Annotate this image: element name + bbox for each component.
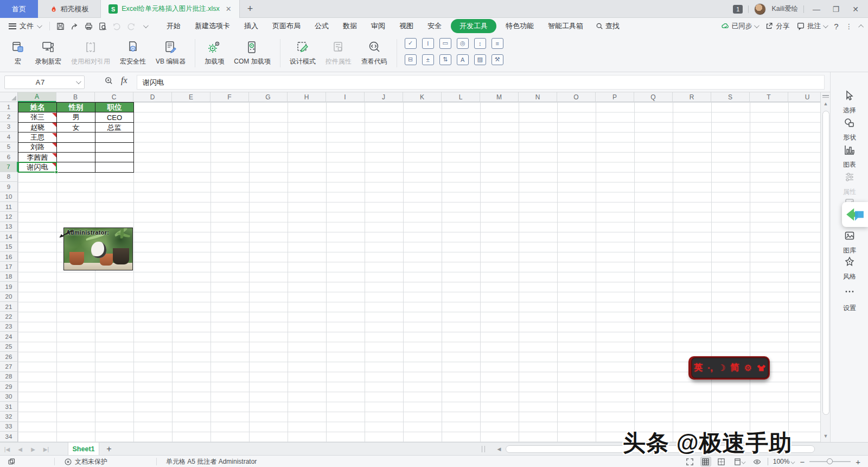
select-all-corner[interactable] [0, 92, 18, 102]
sidebar-item-选择[interactable]: 选择 [831, 90, 868, 115]
row-header-6[interactable]: 6 [0, 152, 18, 162]
menu-tab-数据[interactable]: 数据 [336, 19, 364, 33]
table-header-cell-C1[interactable]: 职位 [95, 102, 134, 112]
minimize-button[interactable]: — [809, 0, 824, 18]
menu-tab-插入[interactable]: 插入 [237, 19, 265, 33]
add-sheet-button[interactable]: + [103, 443, 115, 456]
row-header-25[interactable]: 25 [0, 342, 18, 352]
row-header-21[interactable]: 21 [0, 302, 18, 312]
row-header-27[interactable]: 27 [0, 362, 18, 371]
vertical-scroll-thumb[interactable] [822, 111, 829, 415]
insert-function-button[interactable]: fx [121, 75, 127, 85]
notification-badge[interactable]: 1 [733, 5, 743, 14]
ime-language[interactable]: 英 [694, 362, 703, 374]
button-control-icon[interactable]: ▭ [439, 38, 451, 49]
column-header-J[interactable]: J [365, 92, 403, 102]
sidebar-item-设置[interactable]: 设置 [831, 287, 868, 313]
macro-security-button[interactable]: 宏安全性 [115, 40, 151, 66]
column-header-E[interactable]: E [172, 92, 210, 102]
export-icon[interactable] [67, 20, 81, 33]
textbox-control-icon[interactable]: I [422, 38, 434, 49]
table-cell-B4[interactable] [56, 132, 95, 142]
row-header-33[interactable]: 33 [0, 422, 18, 432]
view-code-button[interactable]: 查看代码 [356, 40, 392, 66]
table-cell-A3[interactable]: 赵晓 [18, 122, 57, 132]
table-cell-A6[interactable]: 李茜茜 [18, 152, 57, 162]
ime-punctuation-icon[interactable]: ·, [707, 363, 713, 373]
new-tab-button[interactable]: + [243, 0, 257, 18]
record-macro-button[interactable]: 录制新宏 [30, 40, 66, 66]
row-header-24[interactable]: 24 [0, 332, 18, 342]
column-header-O[interactable]: O [557, 92, 596, 102]
combobox-control-icon[interactable]: ⊟ [405, 54, 417, 65]
zoom-slider-knob[interactable] [827, 458, 833, 464]
column-header-B[interactable]: B [56, 92, 95, 102]
menu-tab-公式[interactable]: 公式 [308, 19, 336, 33]
row-header-11[interactable]: 11 [0, 202, 18, 212]
ime-settings-gear-icon[interactable]: ⚙ [744, 363, 751, 373]
row-header-15[interactable]: 15 [0, 242, 18, 252]
ime-skin-shirt-icon[interactable] [757, 364, 766, 372]
ime-charset[interactable]: 简 [730, 362, 739, 374]
row-header-29[interactable]: 29 [0, 382, 18, 392]
first-sheet-icon[interactable]: |◀ [2, 443, 12, 456]
next-sheet-icon[interactable]: ▶ [28, 443, 38, 456]
sidebar-item-图库[interactable]: 图库 [831, 230, 868, 255]
checkbox-control-icon[interactable]: ✓ [405, 38, 417, 49]
table-cell-B2[interactable]: 男 [56, 112, 95, 122]
grid-cells[interactable] [18, 102, 820, 442]
column-header-K[interactable]: K [403, 92, 442, 102]
tab-templates[interactable]: 稻壳模板 [38, 0, 101, 18]
scrollbar-control-icon[interactable]: ⇅ [439, 54, 451, 65]
restore-button[interactable]: ❐ [829, 0, 843, 18]
column-header-H[interactable]: H [288, 92, 326, 102]
listbox-control-icon[interactable]: ≡ [492, 38, 503, 49]
row-header-14[interactable]: 14 [0, 232, 18, 242]
ime-status-bar[interactable]: 英 ·, ☽ 简 ⚙ [690, 356, 770, 380]
redo-icon[interactable] [124, 20, 138, 33]
table-cell-C4[interactable] [95, 132, 134, 142]
sidebar-item-图表[interactable]: 图表 [831, 144, 868, 169]
row-header-17[interactable]: 17 [0, 262, 18, 272]
row-header-28[interactable]: 28 [0, 372, 18, 382]
addins-button[interactable]: 加载项 [200, 40, 229, 66]
user-name[interactable]: Kaili爱绘 [771, 4, 798, 14]
option-control-icon[interactable]: ◎ [457, 38, 469, 49]
column-header-F[interactable]: F [210, 92, 249, 102]
wps-floating-widget[interactable] [842, 202, 868, 227]
formula-input[interactable]: 谢闪电 [137, 75, 825, 90]
label-control-icon[interactable]: A [457, 54, 469, 65]
sheet-tab-sheet1[interactable]: Sheet1 [68, 443, 99, 456]
comment-button[interactable]: 批注 [796, 22, 827, 31]
row-header-19[interactable]: 19 [0, 282, 18, 292]
batch-mode-icon[interactable] [8, 456, 16, 467]
column-header-M[interactable]: M [480, 92, 519, 102]
row-header-18[interactable]: 18 [0, 272, 18, 282]
table-cell-C7[interactable] [95, 162, 134, 172]
scroll-up-icon[interactable]: ▲ [821, 101, 831, 106]
com-addins-button[interactable]: COM 加载项 [229, 40, 275, 66]
tab-document-active[interactable]: S Excel给单元格插入图片批注.xlsx ✕ [101, 0, 240, 18]
column-header-R[interactable]: R [673, 92, 711, 102]
synced-button[interactable]: 已同步 [721, 22, 758, 31]
more-controls-icon[interactable]: ⚒ [492, 54, 503, 65]
menu-tab-页面布局[interactable]: 页面布局 [265, 19, 308, 33]
preview-icon[interactable] [95, 20, 110, 33]
name-box[interactable]: A7 [4, 75, 85, 89]
ime-halfwidth-moon-icon[interactable]: ☽ [718, 363, 725, 373]
row-header-7[interactable]: 7 [0, 162, 18, 172]
scroll-down-icon[interactable]: ▼ [821, 433, 831, 439]
row-header-16[interactable]: 16 [0, 252, 18, 262]
protection-status[interactable]: 文档未保护 [64, 456, 107, 467]
spinner-control-icon[interactable]: ↕ [474, 38, 486, 49]
column-header-S[interactable]: S [711, 92, 750, 102]
find-button[interactable]: 查找 [596, 21, 620, 31]
close-tab-icon[interactable]: ✕ [226, 5, 232, 13]
table-cell-C5[interactable] [95, 142, 134, 153]
zoom-slider[interactable] [809, 461, 851, 462]
row-header-20[interactable]: 20 [0, 292, 18, 302]
last-sheet-icon[interactable]: ▶| [41, 443, 51, 456]
zoom-out-button[interactable]: − [800, 457, 805, 466]
table-cell-B5[interactable] [56, 142, 95, 153]
spinbutton-control-icon[interactable]: ± [422, 54, 434, 65]
